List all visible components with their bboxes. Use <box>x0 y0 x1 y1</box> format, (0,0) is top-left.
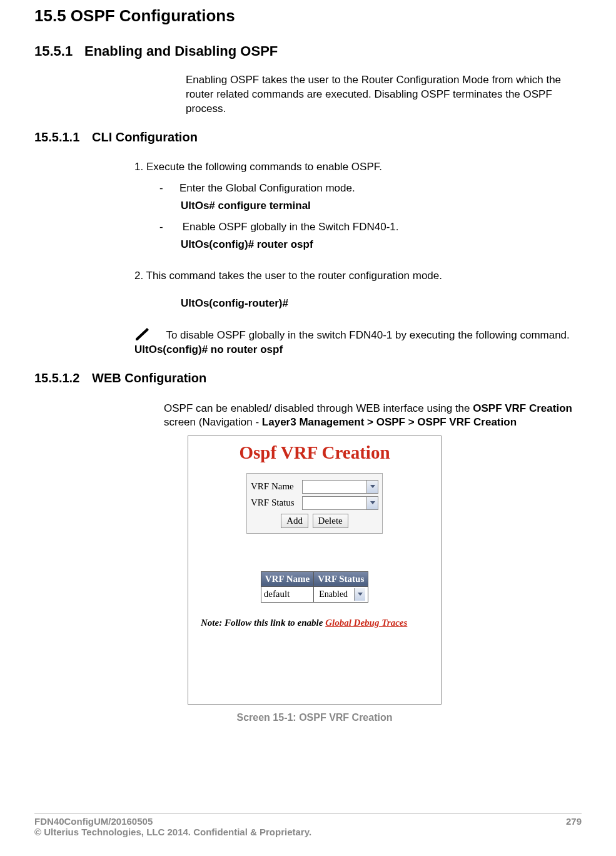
caption: Screen 15-1: OSPF VRF Creation <box>188 712 442 723</box>
page-number: 279 <box>566 816 582 837</box>
vrf-table: VRF Name VRF Status default Enabled <box>261 571 369 603</box>
screenshot-note: Note: Follow this link to enable Global … <box>201 618 428 628</box>
dash-icon: - <box>159 221 179 233</box>
heading-3-web-num: 15.5.1.2 <box>34 371 92 385</box>
web-bold-1: OSPF VRF Creation <box>473 402 572 414</box>
step-1: 1. Execute the following commands to ena… <box>134 161 575 173</box>
heading-2: 15.5.1Enabling and Disabling OSPF <box>34 43 582 59</box>
pencil-icon <box>134 330 149 340</box>
th-vrf-name: VRF Name <box>261 571 314 586</box>
footer: FDN40ConfigUM/20160505 © Ulterius Techno… <box>34 813 582 837</box>
table-row: default Enabled <box>261 586 368 602</box>
note-prefix: Note: Follow this link to enable <box>201 618 325 628</box>
heading-1: 15.5 OSPF Configurations <box>34 6 582 26</box>
footer-copyright: © Ulterius Technologies, LLC 2014. Confi… <box>34 827 311 837</box>
bullet-1: -Enter the Global Configuration mode. <box>159 182 582 195</box>
bullet-2-text: Enable OSPF globally in the Switch FDN40… <box>179 221 399 233</box>
web-text-1: OSPF can be enabled/ disabled through WE… <box>164 402 473 414</box>
command-2: UltOs(config)# router ospf <box>181 238 582 251</box>
footer-docid: FDN40ConfigUM/20160505 <box>34 816 311 827</box>
note-paragraph: To disable OSPF globally in the switch F… <box>134 329 575 357</box>
heading-3-cli: 15.5.1.1CLI Configuration <box>34 130 582 145</box>
heading-3-cli-num: 15.5.1.1 <box>34 130 92 145</box>
web-paragraph: OSPF can be enabled/ disabled through WE… <box>164 402 575 429</box>
chevron-down-icon[interactable] <box>354 588 365 601</box>
screenshot-box: Ospf VRF Creation VRF Name VRF Status Ad… <box>188 436 442 705</box>
web-bold-2: Layer3 Management > OSPF > OSPF VRF Crea… <box>262 416 517 428</box>
status-select[interactable]: Enabled <box>316 588 365 601</box>
vrf-status-value <box>303 497 366 509</box>
vrf-name-select[interactable] <box>302 480 378 494</box>
command-3: UltOs(config-router)# <box>181 297 582 310</box>
note-command: UltOs(config)# no router ospf <box>134 344 283 355</box>
chevron-down-icon[interactable] <box>366 497 378 509</box>
chevron-down-icon[interactable] <box>366 481 378 493</box>
vrf-name-value <box>303 481 366 493</box>
heading-3-web: 15.5.1.2WEB Configuration <box>34 371 582 385</box>
cell-vrf-name: default <box>261 586 314 602</box>
heading-2-num: 15.5.1 <box>34 43 84 59</box>
heading-2-text: Enabling and Disabling OSPF <box>84 43 278 59</box>
status-select-value: Enabled <box>316 588 354 601</box>
step-2: 2. This command takes the user to the ro… <box>134 270 575 282</box>
command-1: UltOs# configure terminal <box>181 200 582 212</box>
screenshot-title: Ospf VRF Creation <box>201 442 428 463</box>
heading-3-web-text: WEB Configuration <box>92 371 206 385</box>
th-vrf-status: VRF Status <box>314 571 368 586</box>
heading-3-cli-text: CLI Configuration <box>92 130 198 144</box>
delete-button[interactable]: Delete <box>313 514 348 528</box>
cell-vrf-status: Enabled <box>314 586 368 602</box>
add-button[interactable]: Add <box>281 514 308 528</box>
vrf-status-label: VRF Status <box>251 497 302 508</box>
note-text: To disable OSPF globally in the switch F… <box>166 329 569 341</box>
intro-paragraph: Enabling OSPF takes the user to the Rout… <box>186 73 575 116</box>
global-debug-link[interactable]: Global Debug Traces <box>325 618 407 628</box>
bullet-1-text: Enter the Global Configuration mode. <box>179 182 355 194</box>
vrf-name-label: VRF Name <box>251 481 302 492</box>
dash-icon: - <box>159 182 179 195</box>
bullet-2: - Enable OSPF globally in the Switch FDN… <box>159 221 582 233</box>
vrf-status-select[interactable] <box>302 496 378 510</box>
form-box: VRF Name VRF Status Add Delete <box>246 473 383 534</box>
web-text-2: screen (Navigation - <box>164 416 262 428</box>
